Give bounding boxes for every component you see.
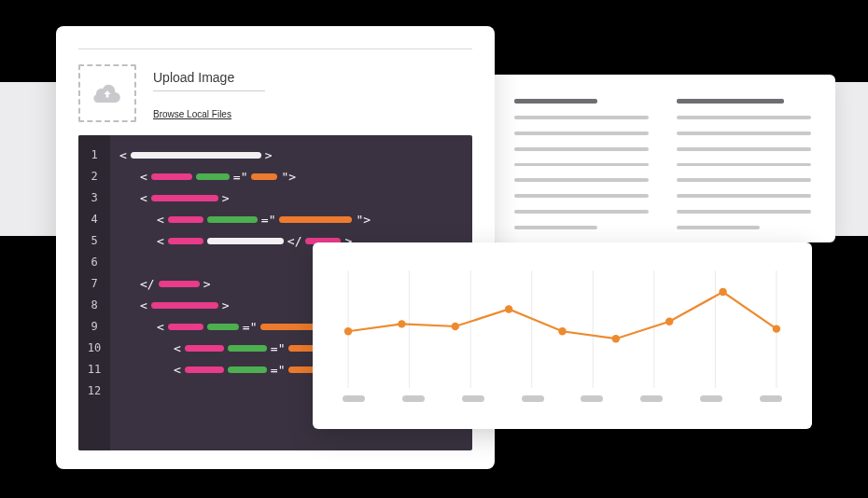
upload-underline (153, 90, 265, 91)
svg-point-14 (665, 318, 673, 325)
text-line (514, 178, 649, 182)
gutter-number: 2 (78, 166, 110, 187)
editor-gutter: 123456789101112 (78, 135, 110, 450)
card-divider (78, 48, 472, 49)
gutter-number: 7 (78, 273, 110, 295)
text-placeholder-card (490, 75, 835, 242)
text-line (677, 226, 760, 229)
line-chart (337, 265, 788, 388)
text-line (677, 194, 811, 198)
text-line (514, 131, 649, 135)
chart-xtick (402, 395, 425, 402)
upload-title: Upload Image (153, 70, 265, 85)
chart-xtick (343, 395, 365, 402)
chart-xtick (462, 395, 484, 402)
text-line (677, 210, 811, 214)
svg-point-8 (344, 327, 352, 335)
gutter-number: 5 (78, 230, 110, 252)
svg-point-13 (612, 335, 620, 342)
text-line (677, 131, 811, 135)
svg-point-9 (398, 320, 405, 327)
text-col-right (677, 95, 811, 229)
gutter-number: 1 (78, 145, 110, 166)
chart-xtick (700, 395, 722, 402)
svg-point-15 (719, 288, 726, 296)
text-line (514, 226, 597, 229)
text-line (514, 163, 649, 167)
text-line (677, 116, 811, 119)
text-line (677, 99, 784, 104)
chart-card (313, 242, 812, 429)
upload-row: Upload Image Browse Local Files (78, 64, 472, 122)
gutter-number: 9 (78, 316, 110, 338)
code-line: < =""> (119, 209, 463, 230)
upload-text-block: Upload Image Browse Local Files (153, 64, 265, 121)
text-line (514, 147, 649, 151)
text-line (514, 194, 649, 198)
gutter-number: 12 (78, 380, 110, 402)
code-line: < =""> (119, 166, 463, 187)
text-line (514, 116, 649, 119)
text-col-left (514, 95, 649, 229)
svg-point-16 (773, 325, 780, 332)
chart-xtick (522, 395, 544, 402)
chart-xtick (760, 395, 782, 402)
text-line (514, 210, 649, 214)
chart-area (337, 265, 788, 388)
gutter-number: 6 (78, 252, 110, 273)
chart-xtick (640, 395, 663, 402)
gutter-number: 4 (78, 209, 110, 230)
code-line: <> (119, 145, 463, 166)
gutter-number: 10 (78, 338, 110, 359)
gutter-number: 11 (78, 359, 110, 380)
svg-point-12 (558, 327, 566, 335)
upload-dropzone[interactable] (78, 64, 136, 122)
svg-point-10 (452, 323, 459, 330)
text-line (514, 99, 597, 104)
text-line (677, 178, 811, 182)
gutter-number: 3 (78, 187, 110, 209)
code-line: <> (119, 187, 463, 209)
text-line (677, 147, 811, 151)
cloud-upload-icon (93, 83, 121, 104)
chart-xtick (581, 395, 603, 402)
text-line (677, 163, 811, 167)
svg-point-11 (505, 305, 512, 312)
browse-files-link[interactable]: Browse Local Files (153, 109, 231, 119)
chart-xaxis (337, 395, 788, 402)
gutter-number: 8 (78, 295, 110, 316)
